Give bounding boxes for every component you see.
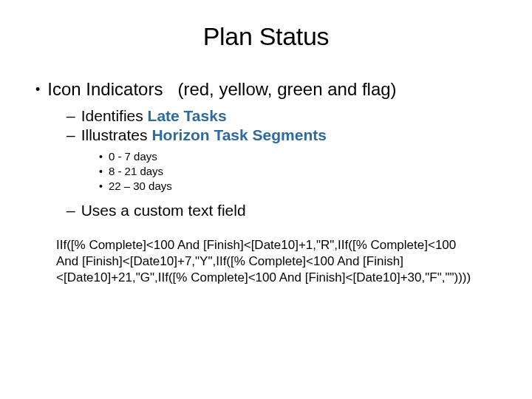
bullet-custom-field: –Uses a custom text field	[35, 202, 497, 219]
range-22-30-text: 22 – 30 days	[109, 180, 172, 192]
bullet-icon-indicators: •Icon Indicators (red, yellow, green and…	[35, 79, 497, 100]
bullet-illustrates-horizon: –Illustrates Horizon Task Segments	[35, 126, 497, 144]
bullet-icon: •	[99, 151, 103, 163]
bullet-identifies-late: –Identifies Late Tasks	[35, 107, 497, 125]
dash-icon: –	[66, 107, 75, 125]
range-8-21-text: 8 - 21 days	[109, 165, 163, 177]
custom-field-text: Uses a custom text field	[81, 202, 246, 219]
bullet-icon: •	[35, 82, 40, 98]
formula-block: IIf([% Complete]<100 And [Finish]<[Date1…	[35, 237, 497, 286]
dash-icon: –	[66, 202, 75, 219]
range-0-7-text: 0 - 7 days	[109, 150, 157, 163]
late-tasks-highlight: Late Tasks	[148, 107, 227, 124]
bullet-range-8-21: •8 - 21 days	[35, 165, 497, 177]
icon-indicators-colors: (red, yellow, green and flag)	[177, 79, 396, 99]
bullet-icon: •	[99, 166, 103, 177]
dash-icon: –	[66, 126, 75, 144]
identifies-text: Identifies	[81, 107, 148, 124]
slide-title: Plan Status	[35, 22, 497, 51]
bullet-icon: •	[99, 180, 103, 192]
horizon-segments-highlight: Horizon Task Segments	[151, 126, 327, 143]
bullet-range-22-30: •22 – 30 days	[35, 180, 497, 192]
bullet-range-0-7: •0 - 7 days	[35, 150, 497, 163]
illustrates-text: Illustrates	[81, 126, 152, 143]
icon-indicators-label: Icon Indicators	[47, 79, 163, 99]
